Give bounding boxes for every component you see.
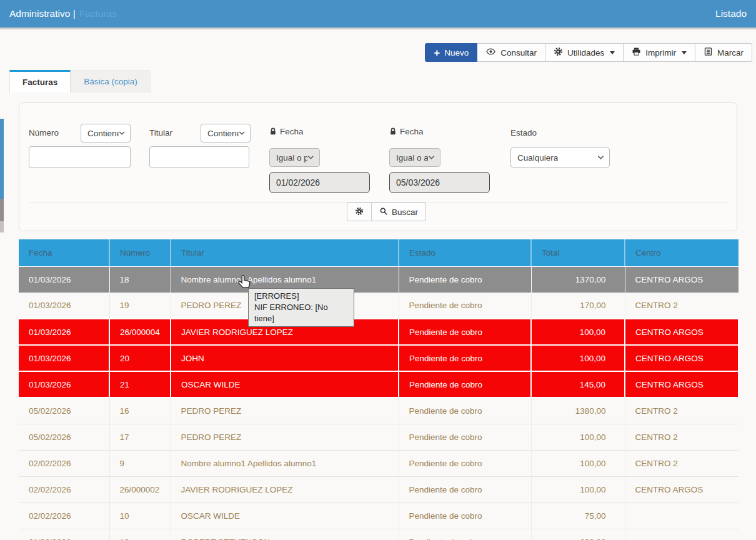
cell-fecha[interactable]: 05/02/2026 (19, 424, 109, 450)
cell-fecha[interactable]: 01/03/2026 (19, 292, 109, 319)
cell-estado[interactable]: Pendiente de cobro (399, 292, 531, 319)
cell-numero[interactable]: 18 (109, 266, 171, 292)
column-header-fecha[interactable]: Fecha (19, 239, 109, 266)
cell-centro[interactable] (625, 529, 739, 540)
column-header-numero[interactable]: Número (109, 239, 171, 266)
cell-total[interactable]: 100,00 (531, 476, 625, 502)
fecha-hasta-input[interactable] (389, 172, 490, 193)
fecha-desde-input[interactable] (269, 172, 370, 193)
cell-estado[interactable]: Pendiente de cobro (399, 398, 531, 424)
filter-panel: Número Contiene Titular Contiene Fecha I… (19, 102, 737, 231)
cell-estado[interactable]: Pendiente de cobro (399, 345, 531, 371)
cell-numero[interactable]: 26/000004 (109, 319, 171, 345)
cell-centro[interactable]: CENTRO ARGOS (625, 345, 739, 371)
cell-total[interactable]: 100,00 (531, 319, 625, 345)
cell-centro[interactable]: CENTRO ARGOS (625, 476, 739, 502)
buscar-button[interactable]: Buscar (372, 202, 426, 221)
cell-total[interactable]: 170,00 (531, 292, 625, 319)
cell-fecha[interactable]: 02/02/2026 (19, 502, 109, 529)
cell-fecha[interactable]: 01/03/2026 (19, 266, 109, 292)
cell-fecha[interactable]: 01/03/2026 (19, 345, 109, 371)
cell-titular[interactable]: ROBERT STEVENSON (171, 529, 399, 540)
cell-fecha[interactable]: 01/03/2026 (19, 371, 109, 398)
column-header-centro[interactable]: Centro (625, 239, 739, 266)
cell-numero[interactable]: 10 (109, 502, 171, 529)
numero-input[interactable] (29, 146, 131, 168)
cell-titular[interactable]: PEDRO PEREZ (171, 424, 399, 450)
cell-numero[interactable]: 16 (109, 398, 171, 424)
table-row[interactable]: 02/02/2026 10 OSCAR WILDE Pendiente de c… (19, 502, 739, 529)
cell-fecha[interactable]: 02/02/2026 (19, 476, 109, 502)
cell-estado[interactable]: Pendiente de cobro (399, 450, 531, 476)
cell-fecha[interactable]: 02/02/2026 (19, 450, 109, 476)
fecha-hasta-operator-select[interactable]: Igual o a (389, 148, 440, 167)
cell-total[interactable]: 1370,00 (531, 266, 625, 292)
column-header-total[interactable]: Total (531, 239, 625, 266)
cell-titular[interactable]: Nombre alumno1 Apellidos alumno1 (171, 450, 399, 476)
cell-titular[interactable]: PEDRO PEREZ (171, 398, 399, 424)
cell-fecha[interactable]: 01/02/2026 (19, 529, 109, 540)
cell-centro[interactable]: CENTRO 2 (625, 292, 739, 319)
table-row[interactable]: 05/02/2026 16 PEDRO PEREZ Pendiente de c… (19, 398, 739, 424)
cell-numero[interactable]: 19 (109, 292, 171, 319)
cell-estado[interactable]: Pendiente de cobro (399, 476, 531, 502)
cell-total[interactable]: 100,00 (531, 424, 625, 450)
cell-total[interactable]: 1380,00 (531, 398, 625, 424)
cell-estado[interactable]: Pendiente de cobro (399, 502, 531, 529)
cell-total[interactable]: 600,00 (531, 529, 625, 540)
cell-titular[interactable]: JOHN (171, 345, 399, 371)
consultar-button[interactable]: Consultar (477, 43, 545, 62)
cell-titular[interactable]: JAVIER RODRIGUEZ LOPEZ (171, 476, 399, 502)
nuevo-button[interactable]: + Nuevo (425, 43, 477, 62)
cell-fecha[interactable]: 01/03/2026 (19, 319, 109, 345)
table-row[interactable]: 05/02/2026 17 PEDRO PEREZ Pendiente de c… (19, 424, 739, 450)
cell-numero[interactable]: 9 (109, 450, 171, 476)
utilidades-button[interactable]: Utilidades (545, 43, 624, 62)
cell-titular[interactable]: OSCAR WILDE (171, 371, 399, 398)
cell-estado[interactable]: Pendiente de cobro (399, 319, 531, 345)
tab-facturas[interactable]: Facturas (9, 70, 71, 92)
cell-centro[interactable] (625, 502, 739, 529)
cell-centro[interactable]: CENTRO 2 (625, 398, 739, 424)
table-row[interactable]: 01/02/2026 13 ROBERT STEVENSON Pendiente… (19, 529, 739, 540)
table-row[interactable]: 01/03/2026 18 Nombre alumno1 Apellidos a… (19, 266, 739, 292)
cell-centro[interactable]: CENTRO ARGOS (625, 266, 739, 292)
column-header-titular[interactable]: Titular (171, 239, 399, 266)
table-row[interactable]: 01/03/2026 26/000004 JAVIER RODRIGUEZ LO… (19, 319, 739, 345)
table-row[interactable]: 01/03/2026 20 JOHN Pendiente de cobro 10… (19, 345, 739, 371)
cell-estado[interactable]: Pendiente de cobro (399, 266, 531, 292)
cell-centro[interactable]: CENTRO ARGOS (625, 319, 739, 345)
cell-fecha[interactable]: 05/02/2026 (19, 398, 109, 424)
cell-titular[interactable]: OSCAR WILDE (171, 502, 399, 529)
titular-input[interactable] (149, 146, 249, 168)
table-row[interactable]: 02/02/2026 9 Nombre alumno1 Apellidos al… (19, 450, 739, 476)
imprimir-button[interactable]: Imprimir (624, 43, 695, 62)
cell-centro[interactable]: CENTRO 2 (625, 424, 739, 450)
cell-estado[interactable]: Pendiente de cobro (399, 424, 531, 450)
table-row[interactable]: 01/03/2026 19 PEDRO PEREZ Pendiente de c… (19, 292, 739, 319)
numero-operator-select[interactable]: Contiene (81, 124, 131, 142)
estado-select[interactable]: Cualquiera (510, 148, 610, 168)
table-row[interactable]: 02/02/2026 26/000002 JAVIER RODRIGUEZ LO… (19, 476, 739, 502)
cell-total[interactable]: 75,00 (531, 502, 625, 529)
cell-estado[interactable]: Pendiente de cobro (399, 371, 531, 398)
tab-basica-copia[interactable]: Básica (copia) (71, 70, 151, 92)
cell-total[interactable]: 100,00 (531, 345, 625, 371)
titular-operator-select[interactable]: Contiene (201, 124, 251, 142)
cell-centro[interactable]: CENTRO ARGOS (625, 371, 739, 398)
table-row[interactable]: 01/03/2026 21 OSCAR WILDE Pendiente de c… (19, 371, 739, 398)
cell-estado[interactable]: Pendiente de cobro (399, 529, 531, 540)
marcar-button[interactable]: Marcar (695, 43, 752, 62)
search-settings-button[interactable] (347, 202, 372, 221)
fecha-desde-operator-select[interactable]: Igual o p (269, 148, 320, 167)
tab-basica-copia-label: Básica (copia) (84, 77, 137, 86)
cell-total[interactable]: 100,00 (531, 450, 625, 476)
cell-total[interactable]: 145,00 (531, 371, 625, 398)
cell-numero[interactable]: 13 (109, 529, 171, 540)
cell-numero[interactable]: 17 (109, 424, 171, 450)
cell-numero[interactable]: 26/000002 (109, 476, 171, 502)
cell-centro[interactable]: CENTRO 2 (625, 450, 739, 476)
cell-numero[interactable]: 20 (109, 345, 171, 371)
cell-numero[interactable]: 21 (109, 371, 171, 398)
column-header-estado[interactable]: Estado (399, 239, 531, 266)
